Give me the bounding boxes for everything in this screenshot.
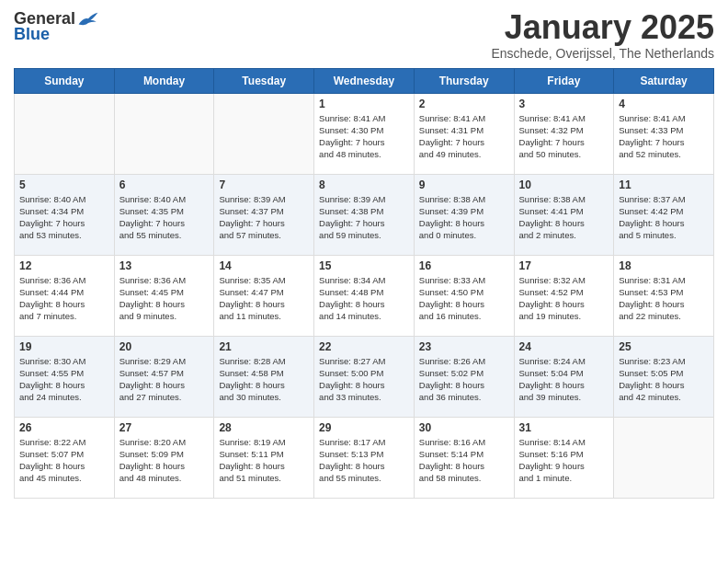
calendar-day-11: 11Sunrise: 8:37 AM Sunset: 4:42 PM Dayli… bbox=[614, 174, 714, 255]
calendar-day-8: 8Sunrise: 8:39 AM Sunset: 4:38 PM Daylig… bbox=[314, 174, 415, 255]
day-info: Sunrise: 8:20 AM Sunset: 5:09 PM Dayligh… bbox=[119, 436, 210, 485]
calendar-day-empty bbox=[15, 93, 115, 174]
calendar-header-saturday: Saturday bbox=[614, 68, 714, 93]
calendar-day-5: 5Sunrise: 8:40 AM Sunset: 4:34 PM Daylig… bbox=[15, 174, 115, 255]
calendar-day-15: 15Sunrise: 8:34 AM Sunset: 4:48 PM Dayli… bbox=[314, 255, 415, 336]
day-info: Sunrise: 8:19 AM Sunset: 5:11 PM Dayligh… bbox=[219, 436, 309, 485]
day-number: 10 bbox=[519, 178, 609, 191]
day-info: Sunrise: 8:41 AM Sunset: 4:32 PM Dayligh… bbox=[519, 112, 609, 161]
day-info: Sunrise: 8:30 AM Sunset: 4:55 PM Dayligh… bbox=[19, 355, 109, 404]
day-info: Sunrise: 8:40 AM Sunset: 4:35 PM Dayligh… bbox=[119, 193, 210, 242]
day-info: Sunrise: 8:39 AM Sunset: 4:37 PM Dayligh… bbox=[219, 193, 309, 242]
day-number: 6 bbox=[119, 178, 210, 191]
calendar-day-28: 28Sunrise: 8:19 AM Sunset: 5:11 PM Dayli… bbox=[214, 417, 314, 498]
day-info: Sunrise: 8:23 AM Sunset: 5:05 PM Dayligh… bbox=[619, 355, 709, 404]
day-number: 16 bbox=[419, 259, 509, 272]
day-info: Sunrise: 8:41 AM Sunset: 4:31 PM Dayligh… bbox=[419, 112, 509, 161]
day-number: 9 bbox=[419, 178, 509, 191]
calendar-week-row: 1Sunrise: 8:41 AM Sunset: 4:30 PM Daylig… bbox=[15, 93, 714, 174]
day-number: 28 bbox=[219, 421, 309, 434]
calendar-day-26: 26Sunrise: 8:22 AM Sunset: 5:07 PM Dayli… bbox=[15, 417, 115, 498]
day-number: 27 bbox=[119, 421, 210, 434]
day-info: Sunrise: 8:28 AM Sunset: 4:58 PM Dayligh… bbox=[219, 355, 309, 404]
calendar-day-25: 25Sunrise: 8:23 AM Sunset: 5:05 PM Dayli… bbox=[614, 336, 714, 417]
calendar-header-friday: Friday bbox=[514, 68, 614, 93]
day-info: Sunrise: 8:35 AM Sunset: 4:47 PM Dayligh… bbox=[219, 274, 309, 323]
day-number: 12 bbox=[19, 259, 109, 272]
logo-bird-icon bbox=[77, 11, 99, 28]
calendar-day-2: 2Sunrise: 8:41 AM Sunset: 4:31 PM Daylig… bbox=[414, 93, 514, 174]
logo: General Blue bbox=[14, 9, 99, 44]
calendar-day-22: 22Sunrise: 8:27 AM Sunset: 5:00 PM Dayli… bbox=[314, 336, 415, 417]
day-info: Sunrise: 8:14 AM Sunset: 5:16 PM Dayligh… bbox=[519, 436, 609, 485]
day-number: 11 bbox=[619, 178, 709, 191]
logo-blue-text: Blue bbox=[14, 25, 50, 44]
day-info: Sunrise: 8:34 AM Sunset: 4:48 PM Dayligh… bbox=[319, 274, 409, 323]
day-info: Sunrise: 8:24 AM Sunset: 5:04 PM Dayligh… bbox=[519, 355, 609, 404]
calendar-week-row: 19Sunrise: 8:30 AM Sunset: 4:55 PM Dayli… bbox=[15, 336, 714, 417]
day-info: Sunrise: 8:36 AM Sunset: 4:44 PM Dayligh… bbox=[19, 274, 109, 323]
day-info: Sunrise: 8:31 AM Sunset: 4:53 PM Dayligh… bbox=[619, 274, 709, 323]
calendar-day-13: 13Sunrise: 8:36 AM Sunset: 4:45 PM Dayli… bbox=[114, 255, 214, 336]
day-info: Sunrise: 8:32 AM Sunset: 4:52 PM Dayligh… bbox=[519, 274, 609, 323]
title-block: January 2025 Enschede, Overijssel, The N… bbox=[491, 9, 714, 61]
day-number: 29 bbox=[319, 421, 409, 434]
calendar-day-1: 1Sunrise: 8:41 AM Sunset: 4:30 PM Daylig… bbox=[314, 93, 415, 174]
day-number: 19 bbox=[19, 340, 109, 353]
day-number: 2 bbox=[419, 98, 509, 110]
day-info: Sunrise: 8:27 AM Sunset: 5:00 PM Dayligh… bbox=[319, 355, 409, 404]
calendar-day-16: 16Sunrise: 8:33 AM Sunset: 4:50 PM Dayli… bbox=[414, 255, 514, 336]
day-number: 20 bbox=[119, 340, 210, 353]
day-number: 4 bbox=[619, 98, 709, 110]
day-number: 18 bbox=[619, 259, 709, 272]
day-number: 23 bbox=[419, 340, 509, 353]
day-number: 26 bbox=[19, 421, 109, 434]
calendar-day-empty bbox=[614, 417, 714, 498]
day-info: Sunrise: 8:33 AM Sunset: 4:50 PM Dayligh… bbox=[419, 274, 509, 323]
calendar-header-sunday: Sunday bbox=[15, 68, 115, 93]
calendar-day-10: 10Sunrise: 8:38 AM Sunset: 4:41 PM Dayli… bbox=[514, 174, 614, 255]
calendar-day-31: 31Sunrise: 8:14 AM Sunset: 5:16 PM Dayli… bbox=[514, 417, 614, 498]
day-info: Sunrise: 8:17 AM Sunset: 5:13 PM Dayligh… bbox=[319, 436, 409, 485]
calendar-day-empty bbox=[214, 93, 314, 174]
calendar-day-29: 29Sunrise: 8:17 AM Sunset: 5:13 PM Dayli… bbox=[314, 417, 415, 498]
calendar-day-14: 14Sunrise: 8:35 AM Sunset: 4:47 PM Dayli… bbox=[214, 255, 314, 336]
day-number: 7 bbox=[219, 178, 309, 191]
day-info: Sunrise: 8:38 AM Sunset: 4:41 PM Dayligh… bbox=[519, 193, 609, 242]
calendar-header-monday: Monday bbox=[114, 68, 214, 93]
day-number: 25 bbox=[619, 340, 709, 353]
calendar-day-19: 19Sunrise: 8:30 AM Sunset: 4:55 PM Dayli… bbox=[15, 336, 115, 417]
day-info: Sunrise: 8:40 AM Sunset: 4:34 PM Dayligh… bbox=[19, 193, 109, 242]
calendar-day-7: 7Sunrise: 8:39 AM Sunset: 4:37 PM Daylig… bbox=[214, 174, 314, 255]
calendar-day-empty bbox=[114, 93, 214, 174]
day-info: Sunrise: 8:41 AM Sunset: 4:30 PM Dayligh… bbox=[319, 112, 409, 161]
calendar-header-row: SundayMondayTuesdayWednesdayThursdayFrid… bbox=[15, 68, 714, 93]
day-number: 24 bbox=[519, 340, 609, 353]
day-number: 31 bbox=[519, 421, 609, 434]
day-number: 17 bbox=[519, 259, 609, 272]
calendar-day-24: 24Sunrise: 8:24 AM Sunset: 5:04 PM Dayli… bbox=[514, 336, 614, 417]
day-number: 13 bbox=[119, 259, 210, 272]
calendar-day-9: 9Sunrise: 8:38 AM Sunset: 4:39 PM Daylig… bbox=[414, 174, 514, 255]
calendar-day-4: 4Sunrise: 8:41 AM Sunset: 4:33 PM Daylig… bbox=[614, 93, 714, 174]
calendar-day-3: 3Sunrise: 8:41 AM Sunset: 4:32 PM Daylig… bbox=[514, 93, 614, 174]
calendar-day-6: 6Sunrise: 8:40 AM Sunset: 4:35 PM Daylig… bbox=[114, 174, 214, 255]
day-number: 14 bbox=[219, 259, 309, 272]
calendar-day-20: 20Sunrise: 8:29 AM Sunset: 4:57 PM Dayli… bbox=[114, 336, 214, 417]
day-number: 30 bbox=[419, 421, 509, 434]
calendar-day-21: 21Sunrise: 8:28 AM Sunset: 4:58 PM Dayli… bbox=[214, 336, 314, 417]
calendar-day-30: 30Sunrise: 8:16 AM Sunset: 5:14 PM Dayli… bbox=[414, 417, 514, 498]
day-info: Sunrise: 8:36 AM Sunset: 4:45 PM Dayligh… bbox=[119, 274, 210, 323]
calendar-header-wednesday: Wednesday bbox=[314, 68, 415, 93]
calendar-header-tuesday: Tuesday bbox=[214, 68, 314, 93]
day-info: Sunrise: 8:29 AM Sunset: 4:57 PM Dayligh… bbox=[119, 355, 210, 404]
calendar-week-row: 5Sunrise: 8:40 AM Sunset: 4:34 PM Daylig… bbox=[15, 174, 714, 255]
page-header: General Blue January 2025 Enschede, Over… bbox=[14, 9, 714, 61]
day-info: Sunrise: 8:22 AM Sunset: 5:07 PM Dayligh… bbox=[19, 436, 109, 485]
day-number: 3 bbox=[519, 98, 609, 110]
calendar-day-17: 17Sunrise: 8:32 AM Sunset: 4:52 PM Dayli… bbox=[514, 255, 614, 336]
calendar-day-12: 12Sunrise: 8:36 AM Sunset: 4:44 PM Dayli… bbox=[15, 255, 115, 336]
calendar-day-27: 27Sunrise: 8:20 AM Sunset: 5:09 PM Dayli… bbox=[114, 417, 214, 498]
day-info: Sunrise: 8:26 AM Sunset: 5:02 PM Dayligh… bbox=[419, 355, 509, 404]
day-number: 5 bbox=[19, 178, 109, 191]
